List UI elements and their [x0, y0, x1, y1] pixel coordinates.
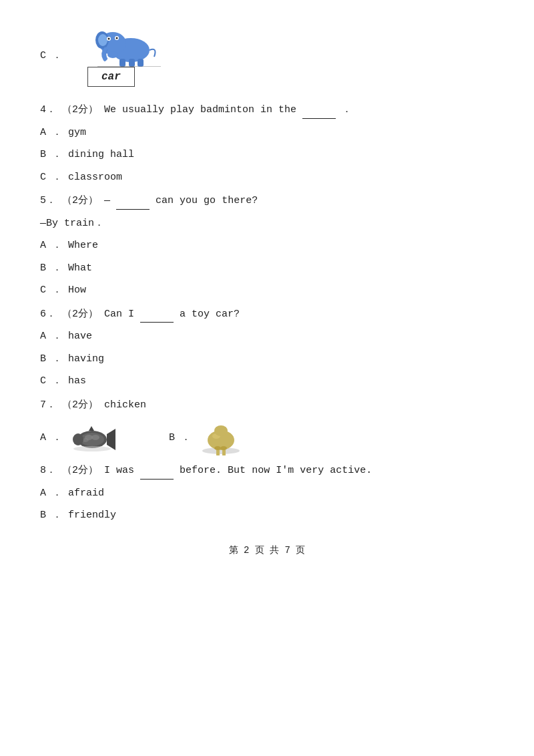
q5-text: can you go there?: [156, 195, 258, 206]
q6-b-label: B ．: [40, 353, 62, 365]
chicken-icon: [198, 419, 244, 455]
food-option-b: B ．: [169, 419, 244, 455]
q5-b-text: What: [68, 262, 92, 274]
fish-icon: [69, 421, 115, 454]
q7-text: chicken: [104, 399, 146, 411]
q4-number: 4．: [40, 104, 56, 116]
option-c-car: C ．: [40, 20, 494, 89]
svg-marker-22: [89, 426, 94, 431]
q6-option-c: C ． has: [40, 373, 494, 390]
q5-option-c: C ． How: [40, 282, 494, 299]
q4-a-label: A ．: [40, 127, 62, 138]
food-b-label: B ．: [169, 431, 191, 443]
question-6: 6． （2分） Can I a toy car? A ． have B ． ha…: [40, 306, 494, 390]
svg-point-3: [98, 34, 107, 46]
question-7-text: 7． （2分） chicken: [40, 397, 494, 414]
svg-point-31: [214, 425, 228, 436]
svg-point-5: [108, 38, 110, 40]
svg-rect-8: [119, 59, 125, 67]
q6-blank: [140, 322, 174, 323]
q6-b-text: having: [68, 353, 104, 365]
q8-option-b: B ． friendly: [40, 507, 494, 524]
car-image-block: car: [67, 20, 161, 87]
q8-text: I was: [104, 465, 134, 476]
option-c-label: C ．: [40, 49, 62, 61]
elephant-icon: [94, 20, 161, 67]
q8-b-label: B ．: [40, 510, 62, 521]
svg-marker-18: [107, 429, 115, 450]
question-8: 8． （2分） I was before. But now I'm very a…: [40, 462, 494, 524]
svg-rect-10: [138, 59, 144, 67]
q8-a-label: A ．: [40, 488, 62, 499]
q5-prefix: —: [104, 195, 110, 206]
svg-point-7: [116, 37, 118, 39]
svg-point-23: [73, 446, 111, 451]
q6-option-a: A ． have: [40, 328, 494, 345]
q6-c-text: has: [68, 375, 86, 387]
q8-a-text: afraid: [68, 488, 104, 499]
svg-rect-9: [129, 59, 135, 67]
food-a-label: A ．: [40, 431, 62, 443]
q4-text: We usually play badminton in the: [104, 104, 296, 116]
q8-points: （2分）: [62, 465, 98, 476]
page-content: C ．: [40, 20, 494, 556]
q4-option-b: B ． dining hall: [40, 146, 494, 164]
q6-c-label: C ．: [40, 375, 62, 387]
q5-a-label: A ．: [40, 240, 62, 251]
footer-text: 第 2 页 共 7 页: [229, 545, 306, 556]
q8-b-text: friendly: [68, 510, 116, 521]
svg-point-29: [220, 446, 227, 450]
food-images-row: A ．: [40, 419, 494, 455]
q6-a-text: have: [68, 331, 92, 342]
page-footer: 第 2 页 共 7 页: [40, 544, 494, 556]
q7-points: （2分）: [62, 399, 98, 411]
food-option-a: A ．: [40, 421, 115, 454]
question-5: 5． （2分） — can you go there? —By train． A…: [40, 192, 494, 299]
q6-text: Can I: [104, 309, 134, 320]
svg-point-11: [107, 51, 118, 58]
q4-a-text: gym: [68, 127, 86, 138]
q8-text2: before. But now I'm very active.: [180, 465, 372, 476]
question-6-text: 6． （2分） Can I a toy car?: [40, 306, 494, 323]
q5-followup: —By train．: [40, 218, 104, 229]
q8-option-a: A ． afraid: [40, 485, 494, 502]
q4-blank: [302, 118, 336, 119]
svg-point-21: [73, 433, 83, 445]
q8-blank: [140, 479, 174, 480]
q7-number: 7．: [40, 399, 56, 411]
q5-c-label: C ．: [40, 285, 62, 296]
question-4-text: 4． （2分） We usually play badminton in the…: [40, 102, 494, 119]
question-8-text: 8． （2分） I was before. But now I'm very a…: [40, 462, 494, 480]
q6-points: （2分）: [62, 309, 98, 320]
svg-point-16: [91, 435, 99, 440]
question-7: 7． （2分） chicken A ．: [40, 397, 494, 456]
car-label: car: [87, 67, 135, 87]
q5-option-b: B ． What: [40, 260, 494, 277]
q8-number: 8．: [40, 465, 56, 476]
q5-blank: [116, 209, 150, 210]
q5-number: 5．: [40, 195, 56, 206]
question-5-text: 5． （2分） — can you go there?: [40, 192, 494, 210]
q6-option-b: B ． having: [40, 351, 494, 368]
question-5-followup: —By train．: [40, 215, 494, 232]
question-4: 4． （2分） We usually play badminton in the…: [40, 102, 494, 186]
q6-number: 6．: [40, 309, 56, 320]
q4-b-text: dining hall: [68, 149, 134, 160]
q4-option-a: A ． gym: [40, 124, 494, 142]
svg-point-28: [214, 446, 221, 450]
q4-b-label: B ．: [40, 149, 62, 160]
q5-b-label: B ．: [40, 262, 62, 274]
q6-text2: a toy car?: [180, 309, 240, 320]
q4-option-c: C ． classroom: [40, 169, 494, 186]
q5-c-text: How: [68, 285, 86, 296]
q4-c-text: classroom: [68, 172, 122, 183]
q4-end: ．: [342, 104, 352, 116]
q4-c-label: C ．: [40, 172, 62, 183]
q5-points: （2分）: [62, 195, 98, 206]
q5-option-a: A ． Where: [40, 237, 494, 254]
q6-a-label: A ．: [40, 331, 62, 342]
q5-a-text: Where: [68, 240, 98, 251]
q4-points: （2分）: [62, 104, 98, 116]
